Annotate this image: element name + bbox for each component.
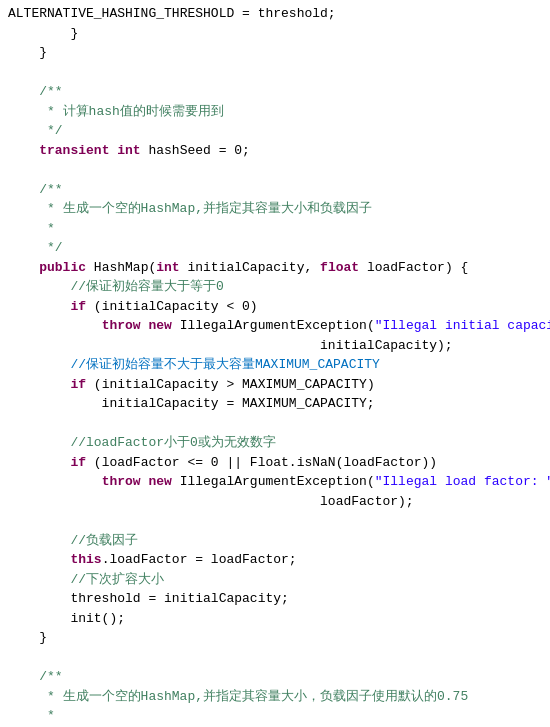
code-token: public [39,260,86,275]
code-token: "Illegal load factor: " [375,474,550,489]
code-line: throw new IllegalArgumentException("Ille… [0,316,550,336]
code-token: } [8,45,47,60]
code-token: * 生成一个空的HashMap,并指定其容量大小，负载因子使用默认的0.75 [8,689,468,704]
code-token: init(); [8,611,125,626]
code-token: * 生成一个空的HashMap,并指定其容量大小和负载因子 [8,201,372,216]
code-line: //负载因子 [0,531,550,551]
code-token: HashMap( [86,260,156,275]
code-token: IllegalArgumentException( [172,318,375,333]
code-token [8,299,70,314]
code-token: (loadFactor <= 0 || Float.isNaN(loadFact… [86,455,437,470]
code-token: initialCapacity); [8,338,453,353]
code-line: //loadFactor小于0或为无效数字 [0,433,550,453]
code-token: } [8,26,78,41]
code-token: int [117,143,140,158]
code-token: .loadFactor = loadFactor; [102,552,297,567]
code-line: } [0,24,550,44]
code-line: */ [0,238,550,258]
code-line: initialCapacity = MAXIMUM_CAPACITY; [0,394,550,414]
code-token: if [70,455,86,470]
code-token: //保证初始容量不大于最大容量MAXIMUM_CAPACITY [8,357,380,372]
code-line: //保证初始容量不大于最大容量MAXIMUM_CAPACITY [0,355,550,375]
code-token: (initialCapacity > MAXIMUM_CAPACITY) [86,377,375,392]
code-token [8,552,70,567]
code-line: if (loadFactor <= 0 || Float.isNaN(loadF… [0,453,550,473]
code-token [8,377,70,392]
code-token [8,143,39,158]
code-line: transient int hashSeed = 0; [0,141,550,161]
code-line: * 计算hash值的时候需要用到 [0,102,550,122]
code-token: ALTERNATIVE_HASHING_THRESHOLD = threshol… [8,6,336,21]
code-line: /** [0,180,550,200]
code-token: new [148,474,171,489]
code-line [0,63,550,83]
code-token: "Illegal initial capacity: " [375,318,550,333]
code-token [8,318,102,333]
code-line: initialCapacity); [0,336,550,356]
code-line: } [0,43,550,63]
code-line: throw new IllegalArgumentException("Ille… [0,472,550,492]
code-line: if (initialCapacity > MAXIMUM_CAPACITY) [0,375,550,395]
code-token: int [156,260,179,275]
code-token: */ [8,123,63,138]
code-line: */ [0,121,550,141]
code-token: new [148,318,171,333]
code-line: * 生成一个空的HashMap,并指定其容量大小和负载因子 [0,199,550,219]
code-token: * [8,221,55,236]
code-line: init(); [0,609,550,629]
code-line [0,160,550,180]
code-token: IllegalArgumentException( [172,474,375,489]
code-token: */ [8,240,63,255]
code-token: /** [8,84,63,99]
code-token: } [8,630,47,645]
code-line: ALTERNATIVE_HASHING_THRESHOLD = threshol… [0,4,550,24]
code-token: (initialCapacity < 0) [86,299,258,314]
code-line: this.loadFactor = loadFactor; [0,550,550,570]
code-token: //保证初始容量大于等于0 [8,279,224,294]
code-line: threshold = initialCapacity; [0,589,550,609]
code-line [0,648,550,668]
code-line: /** [0,82,550,102]
code-token: throw [102,318,141,333]
code-token: hashSeed = 0; [141,143,250,158]
code-line: if (initialCapacity < 0) [0,297,550,317]
code-token: * 计算hash值的时候需要用到 [8,104,224,119]
code-line: } [0,628,550,648]
code-token: threshold = initialCapacity; [8,591,289,606]
code-token [8,260,39,275]
code-token: //loadFactor小于0或为无效数字 [8,435,276,450]
code-token: /** [8,669,63,684]
code-token [8,474,102,489]
code-token: if [70,377,86,392]
code-token: transient [39,143,109,158]
code-token: this [70,552,101,567]
code-token: * [8,708,55,723]
code-token: if [70,299,86,314]
code-line [0,414,550,434]
code-line: * 生成一个空的HashMap,并指定其容量大小，负载因子使用默认的0.75 [0,687,550,707]
code-token: initialCapacity = MAXIMUM_CAPACITY; [8,396,375,411]
code-token: //负载因子 [8,533,138,548]
code-line: //下次扩容大小 [0,570,550,590]
code-viewer: ALTERNATIVE_HASHING_THRESHOLD = threshol… [0,0,550,727]
code-token: throw [102,474,141,489]
code-token: //下次扩容大小 [8,572,164,587]
code-line: //保证初始容量大于等于0 [0,277,550,297]
code-line: * [0,219,550,239]
code-token: loadFactor) { [359,260,468,275]
code-line: public HashMap(int initialCapacity, floa… [0,258,550,278]
code-token: loadFactor); [8,494,414,509]
code-token: initialCapacity, [180,260,320,275]
code-line [0,511,550,531]
code-line: /** [0,667,550,687]
code-token: float [320,260,359,275]
code-line: * [0,706,550,726]
code-token [8,455,70,470]
code-token: /** [8,182,63,197]
code-line: loadFactor); [0,492,550,512]
